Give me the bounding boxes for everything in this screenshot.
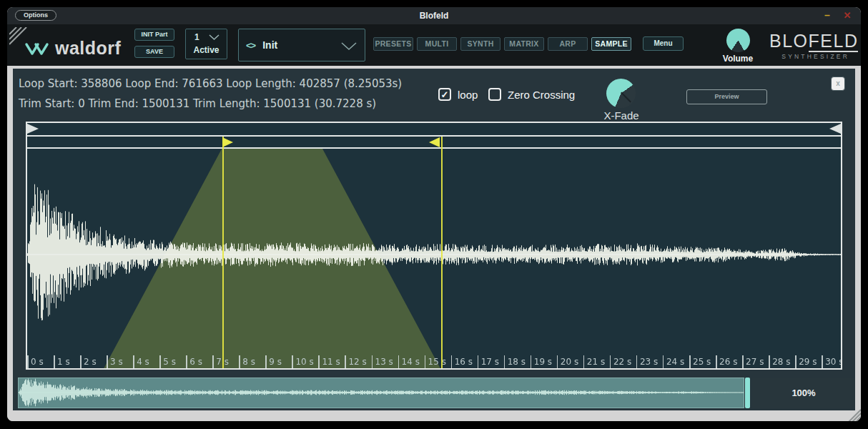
axis-label: 19 s bbox=[534, 357, 552, 367]
chevron-down-icon[interactable] bbox=[340, 41, 357, 51]
tab-presets[interactable]: PRESETS bbox=[373, 37, 413, 51]
tab-multi[interactable]: MULTI bbox=[417, 37, 457, 51]
axis-label: 21 s bbox=[587, 357, 605, 367]
window-title: Blofeld bbox=[7, 7, 861, 24]
zero-crossing-checkbox-label: Zero Crossing bbox=[508, 89, 575, 101]
blofeld-logo-subtitle: SYNTHESIZER bbox=[769, 53, 849, 60]
axis-label: 24 s bbox=[666, 357, 684, 367]
axis-tick bbox=[345, 355, 346, 368]
loop-checkbox[interactable]: ✓ bbox=[438, 88, 451, 101]
axis-tick bbox=[663, 355, 664, 368]
sample-editor-panel: Loop Start: 358806 Loop End: 761663 Loop… bbox=[13, 69, 855, 410]
xfade-knob[interactable] bbox=[606, 79, 636, 108]
minimize-button[interactable]: – bbox=[819, 7, 835, 24]
axis-tick bbox=[239, 355, 240, 368]
close-button[interactable]: ✕ bbox=[839, 7, 855, 24]
axis-label: 9 s bbox=[269, 357, 282, 367]
axis-tick bbox=[107, 355, 108, 368]
axis-tick bbox=[504, 355, 505, 368]
axis-label: 5 s bbox=[163, 357, 176, 367]
waldorf-wave-icon bbox=[24, 41, 50, 56]
tab-synth[interactable]: SYNTH bbox=[460, 37, 500, 51]
axis-label: 0 s bbox=[31, 357, 44, 367]
part-selector[interactable]: 1 Active bbox=[185, 29, 227, 59]
axis-tick bbox=[451, 355, 453, 368]
axis-tick bbox=[769, 355, 770, 368]
trim-end-marker[interactable] bbox=[829, 124, 841, 134]
axis-tick bbox=[265, 355, 267, 368]
axis-label: 26 s bbox=[719, 357, 737, 367]
xfade-knob-pointer bbox=[621, 92, 631, 102]
axis-label: 23 s bbox=[640, 357, 658, 367]
overview-scrollbar[interactable] bbox=[18, 378, 744, 408]
save-button[interactable]: SAVE bbox=[134, 46, 174, 58]
axis-label: 4 s bbox=[137, 357, 149, 367]
blofeld-logo-text: BLOFELD bbox=[769, 31, 849, 51]
waveform-display[interactable]: 0 s1 s2 s3 s4 s5 s6 s7 s8 s9 s10 s11 s12… bbox=[27, 149, 841, 368]
init-part-button[interactable]: INIT Part bbox=[134, 29, 174, 41]
axis-tick bbox=[212, 355, 214, 368]
overview-resize-handle[interactable] bbox=[745, 378, 750, 408]
axis-label: 17 s bbox=[481, 357, 499, 367]
axis-tick bbox=[557, 355, 558, 368]
axis-label: 16 s bbox=[455, 357, 473, 367]
axis-label: 12 s bbox=[348, 357, 366, 367]
loop-start-marker[interactable] bbox=[222, 137, 233, 147]
app-window: Blofeld Options – ✕ waldorf INIT Part SA… bbox=[7, 7, 861, 421]
axis-tick bbox=[186, 355, 187, 368]
axis-label: 29 s bbox=[799, 357, 817, 367]
preview-button[interactable]: Preview bbox=[686, 89, 767, 104]
blofeld-logo: BLOFELD SYNTHESIZER bbox=[769, 31, 849, 60]
tab-arp[interactable]: ARP bbox=[548, 37, 588, 51]
trim-start-marker[interactable] bbox=[27, 124, 39, 134]
panel-close-button[interactable]: x bbox=[831, 77, 845, 91]
tab-bar: PRESETS MULTI SYNTH MATRIX ARP SAMPLE bbox=[373, 37, 631, 51]
axis-label: 14 s bbox=[402, 357, 420, 367]
axis-tick bbox=[54, 355, 55, 368]
overview-waveform-canvas bbox=[19, 378, 744, 408]
loop-start-line[interactable] bbox=[222, 137, 224, 368]
resize-grip-bottom-right[interactable] bbox=[848, 409, 861, 421]
tab-sample[interactable]: SAMPLE bbox=[591, 37, 631, 51]
volume-knob[interactable] bbox=[726, 29, 750, 52]
preset-prev-next-icon[interactable]: <> bbox=[246, 40, 255, 51]
screen-background: Blofeld Options – ✕ waldorf INIT Part SA… bbox=[0, 0, 868, 429]
axis-tick bbox=[425, 355, 426, 368]
loop-bar[interactable] bbox=[27, 137, 841, 147]
axis-label: 22 s bbox=[613, 357, 631, 367]
axis-label: 27 s bbox=[746, 357, 764, 367]
time-axis: 0 s1 s2 s3 s4 s5 s6 s7 s8 s9 s10 s11 s12… bbox=[27, 355, 841, 368]
axis-tick bbox=[742, 355, 744, 368]
tab-matrix[interactable]: MATRIX bbox=[504, 37, 544, 51]
options-button[interactable]: Options bbox=[15, 10, 56, 21]
preset-selector[interactable]: <> Init bbox=[238, 29, 365, 61]
axis-label: 13 s bbox=[375, 357, 393, 367]
menu-button[interactable]: Menu bbox=[643, 36, 684, 51]
header-toolbar: waldorf INIT Part SAVE 1 Active <> Init bbox=[7, 24, 861, 66]
trim-info-text: Trim Start: 0 Trim End: 1500131 Trim Len… bbox=[19, 97, 376, 110]
axis-label: 10 s bbox=[295, 357, 313, 367]
window-frame: Loop Start: 358806 Loop End: 761663 Loop… bbox=[7, 66, 861, 421]
axis-tick bbox=[133, 355, 134, 368]
axis-tick bbox=[531, 355, 532, 368]
axis-label: 8 s bbox=[242, 357, 255, 367]
axis-tick bbox=[716, 355, 717, 368]
trim-bar[interactable] bbox=[27, 123, 841, 135]
waveform-canvas bbox=[27, 149, 841, 368]
loop-checkbox-label: loop bbox=[458, 89, 478, 101]
axis-tick bbox=[822, 355, 823, 368]
loop-end-marker[interactable] bbox=[429, 137, 440, 147]
axis-label: 3 s bbox=[110, 357, 123, 367]
waveform-region: 0 s1 s2 s3 s4 s5 s6 s7 s8 s9 s10 s11 s12… bbox=[26, 122, 842, 370]
loop-end-line[interactable] bbox=[441, 137, 443, 368]
zero-crossing-checkbox[interactable]: ✓ bbox=[488, 88, 501, 101]
titlebar: Blofeld Options – ✕ bbox=[7, 7, 861, 24]
axis-tick bbox=[795, 355, 797, 368]
chevron-down-icon[interactable] bbox=[208, 34, 220, 41]
xfade-knob-label: X-Fade bbox=[598, 109, 645, 122]
axis-tick bbox=[689, 355, 691, 368]
axis-label: 2 s bbox=[84, 357, 97, 367]
volume-knob-label: Volume bbox=[716, 54, 759, 64]
axis-label: 11 s bbox=[322, 357, 340, 367]
waldorf-logo: waldorf bbox=[24, 38, 121, 59]
